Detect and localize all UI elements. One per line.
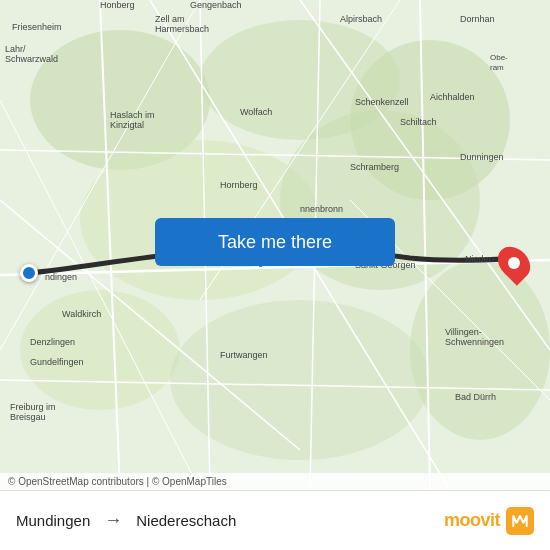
svg-text:Honberg: Honberg bbox=[100, 0, 135, 10]
svg-text:Wolfach: Wolfach bbox=[240, 107, 272, 117]
svg-text:Harmersbach: Harmersbach bbox=[155, 24, 209, 34]
svg-text:Lahr/: Lahr/ bbox=[5, 44, 26, 54]
svg-text:Nieder-: Nieder- bbox=[465, 254, 495, 264]
moovit-icon bbox=[506, 507, 534, 535]
svg-text:Schwenningen: Schwenningen bbox=[445, 337, 504, 347]
svg-text:Aichhalden: Aichhalden bbox=[430, 92, 475, 102]
moovit-logo: moovit bbox=[444, 507, 534, 535]
svg-text:Haslach im: Haslach im bbox=[110, 110, 155, 120]
origin-label: Mundingen bbox=[16, 512, 90, 529]
svg-text:Obe-: Obe- bbox=[490, 53, 508, 62]
svg-text:Kinzigtal: Kinzigtal bbox=[110, 120, 144, 130]
svg-text:ndingen: ndingen bbox=[45, 272, 77, 282]
map-attribution: © OpenStreetMap contributors | © OpenMap… bbox=[0, 473, 550, 490]
svg-text:Alpirsbach: Alpirsbach bbox=[340, 14, 382, 24]
svg-text:nnenbronn: nnenbronn bbox=[300, 204, 343, 214]
svg-point-8 bbox=[410, 260, 550, 440]
svg-text:Waldkirch: Waldkirch bbox=[62, 309, 101, 319]
svg-text:ram: ram bbox=[490, 63, 504, 72]
svg-point-6 bbox=[20, 290, 180, 410]
svg-text:Friesenheim: Friesenheim bbox=[12, 22, 62, 32]
svg-text:Hornberg: Hornberg bbox=[220, 180, 258, 190]
destination-label: Niedereschach bbox=[136, 512, 236, 529]
direction-arrow: → bbox=[104, 510, 122, 531]
svg-text:Breisgau: Breisgau bbox=[10, 412, 46, 422]
moovit-brand-name: moovit bbox=[444, 510, 500, 531]
svg-text:Furtwangen: Furtwangen bbox=[220, 350, 268, 360]
svg-text:Schwarzwald: Schwarzwald bbox=[5, 54, 58, 64]
svg-text:Zell am: Zell am bbox=[155, 14, 185, 24]
svg-text:Dunningen: Dunningen bbox=[460, 152, 504, 162]
map-container: Friesenheim Lahr/ Schwarzwald Zell am Ha… bbox=[0, 0, 550, 490]
svg-text:Gengenbach: Gengenbach bbox=[190, 0, 242, 10]
svg-text:Villingen-: Villingen- bbox=[445, 327, 482, 337]
take-me-there-button[interactable]: Take me there bbox=[155, 218, 395, 266]
svg-text:Schiltach: Schiltach bbox=[400, 117, 437, 127]
svg-text:Dornhan: Dornhan bbox=[460, 14, 495, 24]
svg-text:Denzlingen: Denzlingen bbox=[30, 337, 75, 347]
bottom-bar: Mundingen → Niedereschach moovit bbox=[0, 490, 550, 550]
svg-text:Bad Dürrh: Bad Dürrh bbox=[455, 392, 496, 402]
svg-text:Freiburg im: Freiburg im bbox=[10, 402, 56, 412]
destination-marker bbox=[500, 245, 528, 281]
svg-text:Schramberg: Schramberg bbox=[350, 162, 399, 172]
svg-text:Schenkenzell: Schenkenzell bbox=[355, 97, 409, 107]
svg-text:Gundelfingen: Gundelfingen bbox=[30, 357, 84, 367]
origin-marker bbox=[20, 264, 38, 282]
